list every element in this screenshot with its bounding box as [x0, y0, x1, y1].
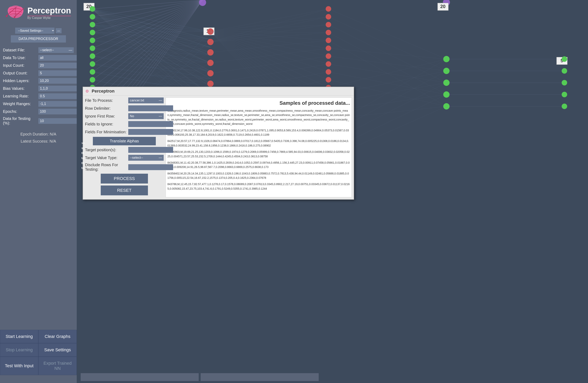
fields-minimisation-input[interactable] [128, 129, 173, 135]
ignore-first-row-select[interactable]: No — [128, 113, 164, 119]
translate-alphas-button[interactable]: Translate Alphas [93, 137, 156, 145]
dialog-titlebar: ⚙ Perceptron [83, 87, 354, 95]
learning-rate-label: Learning Rate: [3, 94, 38, 98]
saved-settings-select[interactable]: --Saved Settings-- [15, 27, 55, 34]
main-area: /* SVG doesn't execute script, lines dra… [77, 0, 588, 383]
samples-text: id,diagnosis,radius_mean,texture_mean,pe… [168, 109, 350, 191]
stats-area: Epoch Duration: N/A Latest Success: N/A [21, 131, 56, 145]
reset-button[interactable]: RESET [101, 185, 148, 195]
left-panel: Perceptron By Caspar Wylie --Saved Setti… [0, 0, 77, 383]
fields-to-ignore-row: Fields to Ignore: [85, 121, 164, 127]
row-delimiter-row: Row Delimiter: [85, 105, 164, 111]
process-button[interactable]: PROCESS [101, 174, 148, 183]
field-row-dataset: Dataset File: --select-- — [1, 46, 76, 54]
sample-row-0: 842302,M,17.99,10.38,122.8,1001,0.1184,0… [168, 128, 350, 137]
app-title: Perceptron [27, 6, 71, 15]
svg-point-84 [562, 56, 567, 62]
target-position-row: Target position(s): [85, 147, 164, 153]
saved-settings-minus-btn[interactable]: — [56, 28, 62, 33]
svg-point-88 [562, 104, 567, 109]
target-value-type-label: Target Value Type: [85, 156, 128, 160]
field-row-hidden-layers: Hidden Layers: [1, 77, 76, 85]
data-to-use-label: Data To Use: [3, 56, 38, 60]
field-row-bias-values: Bias Values: [1, 85, 76, 92]
dialog-app-icon: ⚙ [85, 89, 90, 93]
dialog-title: Perceptron [92, 89, 114, 94]
sample-row-4: 84358402,M,20.29,14.34,135.1,1297,0.1003… [168, 171, 350, 180]
disclude-rows-row: Disclude Rows For Testing: [85, 163, 164, 172]
testing-label: Data for Testing (%): [3, 116, 38, 125]
row-delimiter-input[interactable] [128, 105, 173, 111]
epochs-label: Epochs: [3, 109, 38, 114]
fields-minimisation-label: Fields For Minimisation: [85, 130, 128, 134]
start-learning-button[interactable]: Start Learning [0, 330, 38, 343]
bottom-input-2[interactable] [201, 373, 319, 381]
samples-area: Samples of processed data... id,diagnosi… [166, 97, 352, 197]
samples-header: id,diagnosis,radius_mean,texture_mean,pe… [168, 109, 350, 126]
field-row-data-to-use: Data To Use: [1, 54, 76, 61]
sample-row-3: 84348301,M,11.42,20.38,77.58,386.1,0.142… [168, 160, 350, 169]
dialog-arrow-labels: >> st th to th to [82, 141, 84, 171]
data-preprocessor-btn[interactable]: DATA PREPROCESSOR [11, 35, 66, 43]
target-value-type-select[interactable]: --select-- — [128, 155, 164, 161]
bottom-buttons: Start Learning Clear Graphs Stop Learnin… [0, 330, 77, 375]
sample-row-2: 84300903,M,19.69,21.25,130,1203,0.1096,0… [168, 150, 350, 158]
hidden-layers-label: Hidden Layers: [3, 79, 38, 83]
file-to-process-row: File To Process: cancer.txt — [85, 97, 164, 103]
dialog-body: >> st th to th to File To Process: cance… [83, 95, 354, 199]
disclude-rows-label: Disclude Rows For Testing: [85, 163, 128, 172]
field-row-testing: Data for Testing (%): [1, 115, 76, 126]
target-position-input[interactable] [128, 147, 173, 153]
field-row-learning-rate: Learning Rate: [1, 92, 76, 100]
field-row-epochs: Epochs: [1, 108, 76, 115]
svg-point-7 [14, 16, 15, 18]
stop-learning-button[interactable]: Stop Learning [0, 343, 38, 357]
dataset-file-value[interactable]: --select-- — [38, 47, 74, 53]
export-nn-button[interactable]: Export Trained NN [38, 357, 77, 375]
target-value-type-row: Target Value Type: --select-- — [85, 155, 164, 161]
input-count-label: Input Count: [3, 63, 38, 68]
svg-point-85 [562, 68, 567, 74]
dialog-form: >> st th to th to File To Process: cance… [85, 97, 164, 197]
fields-container: Dataset File: --select-- — Data To Use: … [1, 46, 76, 127]
bottom-bar [77, 371, 588, 383]
svg-text:20: 20 [440, 4, 446, 9]
dataset-file-label: Dataset File: [3, 48, 38, 52]
file-to-process-select[interactable]: cancer.txt — [128, 97, 164, 103]
weight-ranges-label: Weight Ranges: [3, 102, 38, 106]
fields-minimisation-row: Fields For Minimisation: [85, 129, 164, 135]
target-position-label: Target position(s): [85, 148, 128, 152]
field-row-weight-ranges: Weight Ranges: [1, 100, 76, 108]
svg-point-86 [562, 80, 567, 86]
fields-to-ignore-label: Fields to Ignore: [85, 122, 128, 126]
field-row-input-count: Input Count: [1, 62, 76, 69]
saved-settings-row: --Saved Settings-- — [15, 27, 62, 34]
output-count-label: Output Count: [3, 71, 38, 75]
bottom-input-1[interactable] [81, 373, 199, 381]
sample-row-5: 843786,M,12.45,15.7,82.57,477.1,0.1278,0… [168, 182, 350, 191]
brain-icon [6, 4, 25, 22]
logo-area: Perceptron By Caspar Wylie [4, 2, 73, 24]
preprocessor-dialog: ⚙ Perceptron >> st th to th to File To P… [83, 87, 354, 200]
row-delimiter-label: Row Delimiter: [85, 106, 128, 111]
sample-row-1: 842517,M,20.57,17.77,132.9,1326,0.08474,… [168, 139, 350, 148]
epoch-duration: Epoch Duration: N/A [21, 131, 56, 138]
latest-success: Latest Success: N/A [21, 138, 56, 145]
ignore-first-row-row: Ignore First Row: No — [85, 113, 164, 119]
logo-text: Perceptron By Caspar Wylie [27, 6, 71, 20]
svg-point-6 [6, 15, 7, 17]
fields-to-ignore-input[interactable] [128, 121, 173, 127]
svg-point-87 [562, 92, 567, 97]
app-subtitle: By Caspar Wylie [27, 16, 71, 20]
save-settings-button[interactable]: Save Settings [38, 343, 77, 357]
ignore-first-row-label: Ignore First Row: [85, 114, 128, 118]
bias-values-label: Bias Values: [3, 86, 38, 91]
file-to-process-label: File To Process: [85, 98, 128, 103]
clear-graphs-button[interactable]: Clear Graphs [38, 330, 77, 343]
test-with-input-button[interactable]: Test With Input [0, 357, 38, 375]
disclude-rows-input[interactable] [128, 164, 173, 170]
field-row-output-count: Output Count: [1, 69, 76, 77]
samples-title: Samples of processed data... [168, 99, 350, 107]
